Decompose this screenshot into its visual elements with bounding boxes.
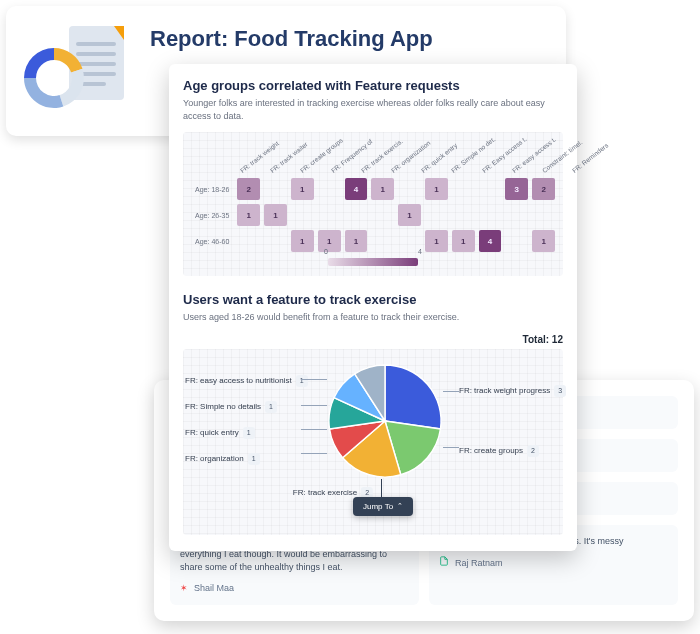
pie-label-count: 2: [527, 445, 539, 457]
pie-label-text: FR: track weight progress: [459, 386, 550, 395]
svg-rect-1: [76, 42, 116, 46]
heatmap-cell: 1: [264, 204, 287, 226]
heatmap-cell: 3: [505, 178, 528, 200]
heatmap-cell: 1: [345, 230, 368, 252]
heatmap-cell: [345, 204, 368, 226]
heatmap-section: Age groups correlated with Feature reque…: [183, 78, 563, 276]
heatmap-title: Age groups correlated with Feature reque…: [183, 78, 563, 93]
pie-label-count: 1: [243, 427, 255, 439]
pie-label-text: FR: quick entry: [185, 428, 239, 437]
heatmap-cell: [425, 204, 448, 226]
pie-subtitle: Users aged 18-26 would benefit from a fe…: [183, 311, 563, 324]
report-title: Report: Food Tracking App: [150, 26, 433, 52]
heatmap-cell: [264, 178, 287, 200]
heatmap-cell: [532, 204, 555, 226]
pie-label-text: FR: organization: [185, 454, 244, 463]
pie-label: FR: create groups2: [459, 445, 539, 457]
heatmap-cell: [264, 230, 287, 252]
heatmap-cell: 2: [532, 178, 555, 200]
heatmap-cell: 1: [291, 230, 314, 252]
quote-author: Raj Ratnam: [455, 557, 503, 570]
heatmap-cell: [371, 230, 394, 252]
leader-line: [301, 405, 327, 406]
heatmap-cell: [371, 204, 394, 226]
jump-to-button[interactable]: Jump To ⌃: [353, 497, 413, 516]
leader-line: [301, 453, 327, 454]
leader-line: [443, 391, 459, 392]
pie-graphic: [327, 363, 443, 479]
heatmap-cell: 1: [291, 178, 314, 200]
jump-connector: [381, 479, 382, 497]
heatmap-cell: [479, 204, 502, 226]
pie-label: FR: organization1: [185, 453, 260, 465]
heatmap-cell: [291, 204, 314, 226]
heatmap-cell: [318, 178, 341, 200]
pie-label-text: FR: easy access to nutritionist: [185, 376, 292, 385]
heatmap-col-label: FR: Reminders: [555, 133, 595, 174]
pie-title: Users want a feature to track exercise: [183, 292, 563, 307]
scale-max: 4: [418, 248, 422, 255]
pie-label-text: FR: create groups: [459, 446, 523, 455]
pie-label: FR: Simple no details1: [185, 401, 277, 413]
heatmap-cell: 1: [371, 178, 394, 200]
svg-rect-2: [76, 52, 116, 56]
heatmap-row: Age: 46-601111141: [191, 230, 555, 252]
svg-rect-3: [76, 62, 116, 66]
pie-label: FR: easy access to nutritionist1: [185, 375, 308, 387]
heatmap-cell: [479, 178, 502, 200]
heatmap-row: Age: 26-35111: [191, 204, 555, 226]
heatmap-cell: 4: [479, 230, 502, 252]
heatmap-cell: 1: [318, 230, 341, 252]
heatmap-cell: 2: [237, 178, 260, 200]
heatmap-cell: 4: [345, 178, 368, 200]
heatmap-row-label: Age: 26-35: [191, 212, 233, 219]
scale-min: 0: [324, 248, 328, 255]
pie-label-count: 3: [554, 385, 566, 397]
heatmap-cell: [505, 230, 528, 252]
leader-line: [301, 379, 327, 380]
heatmap-cell: 1: [452, 230, 475, 252]
heatmap-row: Age: 18-262141132: [191, 178, 555, 200]
analytics-card: Age groups correlated with Feature reque…: [169, 64, 577, 551]
heatmap-cell: 1: [425, 230, 448, 252]
pie-total: Total: 12: [183, 334, 563, 345]
heatmap-row-label: Age: 18-26: [191, 186, 233, 193]
heatmap-row-label: Age: 46-60: [191, 238, 233, 245]
pie-label: FR: track weight progress3: [459, 385, 566, 397]
jump-label: Jump To: [363, 502, 393, 511]
heatmap-cell: [452, 204, 475, 226]
quote-author: Shail Maa: [194, 582, 234, 595]
heatmap-subtitle: Younger folks are interested in tracking…: [183, 97, 563, 122]
heatmap-cell: 1: [237, 204, 260, 226]
heatmap-cell: [398, 178, 421, 200]
heatmap-chart: FR: track weightFR: track waiterFR: crea…: [183, 132, 563, 276]
person-icon: ✶: [180, 582, 188, 595]
pie-label-count: 1: [296, 375, 308, 387]
heatmap-cell: [505, 204, 528, 226]
chevron-up-icon: ⌃: [397, 502, 403, 510]
file-icon: [439, 556, 449, 570]
heatmap-cell: [452, 178, 475, 200]
heatmap-cell: 1: [398, 204, 421, 226]
pie-slice[interactable]: [385, 365, 441, 429]
pie-label-text: FR: Simple no details: [185, 402, 261, 411]
leader-line: [301, 429, 327, 430]
pie-label-count: 1: [248, 453, 260, 465]
pie-label-count: 1: [265, 401, 277, 413]
leader-line: [443, 447, 459, 448]
heatmap-cell: [318, 204, 341, 226]
heatmap-cell: 1: [425, 178, 448, 200]
heatmap-scale: 0 4: [328, 258, 418, 266]
heatmap-cell: [237, 230, 260, 252]
pie-label: FR: quick entry1: [185, 427, 255, 439]
pie-chart: FR: track weight progress3FR: create gro…: [183, 349, 563, 535]
heatmap-cell: 1: [532, 230, 555, 252]
pie-label-text: FR: track exercise: [293, 488, 357, 497]
report-icon: [24, 20, 134, 120]
pie-section: Users want a feature to track exercise U…: [183, 292, 563, 535]
